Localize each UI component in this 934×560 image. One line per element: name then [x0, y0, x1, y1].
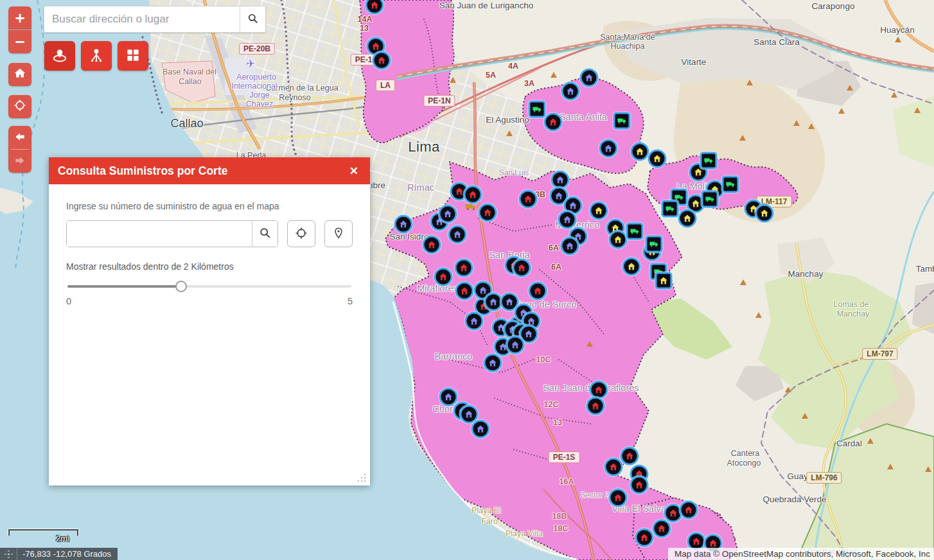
outage-house-marker-purple[interactable] — [561, 82, 580, 101]
home-icon — [13, 65, 27, 85]
outage-house-marker-purple[interactable] — [439, 388, 458, 407]
slider-max-label: 5 — [348, 296, 353, 306]
outage-house-marker-red[interactable] — [635, 529, 654, 547]
search-icon — [258, 226, 272, 242]
slider-min-label: 0 — [66, 296, 71, 306]
outage-house-marker-purple[interactable] — [484, 354, 502, 372]
area-pin-icon — [51, 47, 68, 66]
outage-house-marker-red[interactable] — [455, 259, 473, 277]
map-attribution: Map data © OpenStreetMap contributors, M… — [668, 548, 934, 560]
crosshair-icon — [294, 226, 308, 242]
cistern-truck-marker[interactable] — [722, 176, 739, 193]
outage-house-marker-purple[interactable] — [394, 215, 413, 234]
dialog-header[interactable]: Consulta Suministros por Corte ✕ — [49, 157, 370, 184]
use-my-location-button[interactable] — [287, 220, 315, 247]
previous-extent-button[interactable] — [8, 126, 31, 149]
search-button[interactable] — [240, 6, 265, 32]
outage-house-marker-purple[interactable] — [580, 69, 599, 87]
truck-icon[interactable] — [463, 200, 480, 214]
supply-query-dialog: Consulta Suministros por Corte ✕ Ingrese… — [49, 157, 370, 486]
outage-house-marker-red[interactable] — [479, 204, 497, 222]
outage-house-marker-red[interactable] — [513, 259, 531, 277]
zoom-out-button[interactable]: − — [8, 30, 31, 53]
zoom-in-button[interactable]: + — [8, 6, 31, 30]
next-extent-button[interactable] — [8, 150, 31, 173]
pick-point-on-map-button[interactable] — [324, 220, 353, 247]
outage-house-marker-red[interactable] — [455, 282, 474, 301]
radius-slider[interactable] — [67, 281, 351, 292]
supply-number-group — [66, 220, 278, 247]
radius-slider-label: Mostrar resultados dentro de 2 Kilómetro… — [66, 261, 353, 272]
outage-house-marker-yellow[interactable] — [609, 231, 628, 249]
outage-house-marker-red[interactable] — [373, 51, 391, 70]
outage-house-marker-red[interactable] — [680, 501, 698, 520]
outage-house-marker-red[interactable] — [604, 458, 623, 477]
search-input[interactable] — [44, 6, 240, 32]
pin-network-icon — [88, 47, 105, 66]
outage-house-marker-yellow-square[interactable] — [655, 272, 673, 290]
outage-house-marker-red[interactable] — [423, 236, 441, 254]
outage-house-marker-red[interactable] — [653, 520, 671, 538]
outage-house-marker-red[interactable] — [366, 0, 384, 15]
map-pin-icon — [331, 226, 346, 242]
dialog-title: Consulta Suministros por Corte — [58, 164, 347, 178]
cistern-truck-marker[interactable] — [613, 112, 631, 130]
history-buttons — [8, 126, 31, 173]
cistern-truck-marker[interactable] — [662, 200, 679, 218]
cistern-truck-marker[interactable] — [626, 223, 644, 240]
my-location-button[interactable] — [8, 95, 31, 118]
outage-house-marker-purple[interactable] — [561, 237, 579, 256]
outage-house-marker-red[interactable] — [609, 489, 628, 507]
outage-house-marker-red[interactable] — [621, 447, 639, 466]
outage-house-marker-purple[interactable] — [558, 211, 577, 229]
coordinates-icon — [0, 548, 17, 560]
outage-house-marker-yellow[interactable] — [622, 258, 641, 276]
coordinates-bar: -76,833 -12,078 Grados — [0, 548, 118, 560]
search-icon — [247, 12, 260, 27]
forward-arrow-icon — [13, 154, 26, 169]
nearby-widget-button[interactable] — [81, 41, 112, 71]
supply-query-widget-button[interactable] — [44, 41, 75, 71]
outage-house-marker-yellow[interactable] — [590, 202, 608, 220]
outage-house-marker-purple[interactable] — [471, 420, 490, 439]
coordinates-value: -76,833 -12,078 Grados — [17, 549, 118, 559]
geocoder-search — [44, 6, 266, 33]
locate-icon — [13, 97, 27, 117]
outage-house-marker-yellow[interactable] — [648, 150, 667, 168]
outage-house-marker-red[interactable] — [586, 397, 605, 416]
supply-number-input[interactable] — [67, 221, 252, 247]
outage-house-marker-yellow[interactable] — [678, 209, 697, 228]
slider-knob[interactable] — [175, 281, 187, 292]
scale-bar: 2mi — [8, 529, 78, 536]
scale-label: 2mi — [56, 534, 69, 543]
outage-house-marker-yellow[interactable] — [631, 143, 649, 161]
home-extent-button[interactable] — [8, 63, 31, 86]
outage-house-marker-purple[interactable] — [465, 312, 484, 331]
supply-search-button[interactable] — [252, 221, 278, 247]
basemap-gallery-button[interactable] — [118, 41, 148, 71]
grid-icon — [125, 47, 141, 66]
outage-house-marker-red[interactable] — [544, 113, 563, 132]
outage-house-marker-red[interactable] — [630, 476, 649, 494]
outage-house-marker-purple[interactable] — [506, 336, 525, 354]
cistern-truck-marker[interactable] — [701, 191, 719, 208]
map-application: San Juan de LuriganchoCarapongoSanta Mar… — [0, 0, 934, 560]
dialog-resize-handle[interactable] — [358, 474, 366, 482]
back-arrow-icon — [13, 130, 26, 145]
outage-house-marker-purple[interactable] — [448, 225, 467, 244]
cistern-truck-marker[interactable] — [529, 101, 546, 118]
outage-house-marker-yellow[interactable] — [755, 204, 774, 223]
cistern-truck-marker[interactable] — [700, 152, 718, 170]
outage-house-marker-purple[interactable] — [599, 139, 618, 158]
slider-fill — [67, 285, 181, 288]
close-button[interactable]: ✕ — [347, 163, 361, 179]
outage-house-marker-red[interactable] — [434, 268, 453, 286]
outage-house-marker-red[interactable] — [529, 282, 547, 301]
dialog-instruction: Ingrese su número de suministro de agua … — [66, 201, 353, 211]
outage-house-marker-purple[interactable] — [439, 205, 457, 223]
outage-house-marker-red[interactable] — [519, 190, 538, 209]
cistern-truck-marker[interactable] — [646, 236, 663, 253]
